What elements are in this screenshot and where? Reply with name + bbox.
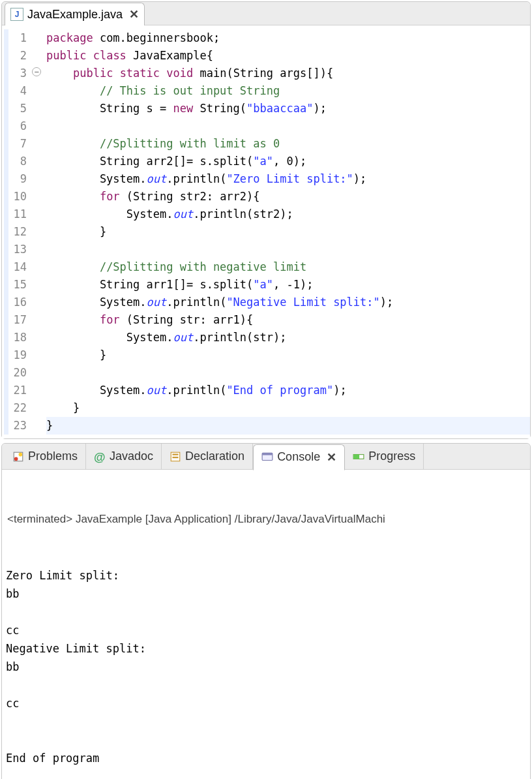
code-line[interactable]: System.out.println(str); xyxy=(46,329,530,346)
code-line[interactable]: System.out.println("Zero Limit split:"); xyxy=(46,170,530,188)
code-line[interactable]: String arr1[]= s.split("a", -1); xyxy=(46,276,530,294)
code-line[interactable]: System.out.println(str2); xyxy=(46,206,530,223)
console-view[interactable]: <terminated> JavaExample [Java Applicati… xyxy=(2,470,530,779)
svg-rect-7 xyxy=(262,453,273,455)
tab-progress[interactable]: Progress xyxy=(345,444,424,470)
code-line[interactable] xyxy=(46,117,530,135)
console-output: Zero Limit split: bb cc Negative Limit s… xyxy=(6,566,526,767)
code-line[interactable]: for (String str2: arr2){ xyxy=(46,188,530,206)
code-line[interactable] xyxy=(46,241,530,258)
editor-panel: J JavaExample.java ✕ 1234567891011121314… xyxy=(1,1,531,439)
code-line[interactable]: for (String str: arr1){ xyxy=(46,311,530,329)
console-process-title: <terminated> JavaExample [Java Applicati… xyxy=(6,509,526,530)
code-body[interactable]: package com.beginnersbook;public class J… xyxy=(44,25,530,438)
javadoc-icon: @ xyxy=(94,451,106,463)
fold-gutter: − xyxy=(33,25,44,438)
problems-icon xyxy=(12,451,24,463)
tab-label: Progress xyxy=(368,450,415,463)
editor-tab-bar: J JavaExample.java ✕ xyxy=(2,2,530,25)
editor-tab[interactable]: J JavaExample.java ✕ xyxy=(5,3,145,26)
code-line[interactable] xyxy=(46,364,530,382)
code-line[interactable]: package com.beginnersbook; xyxy=(46,29,530,47)
code-line[interactable]: public class JavaExample{ xyxy=(46,47,530,65)
close-icon[interactable]: ✕ xyxy=(126,7,139,22)
code-line[interactable]: //Splitting with limit as 0 xyxy=(46,135,530,153)
svg-rect-4 xyxy=(173,453,179,455)
editor-tab-filename: JavaExample.java xyxy=(27,8,123,22)
code-area[interactable]: 1234567891011121314151617181920212223 − … xyxy=(2,25,530,438)
code-line[interactable]: } xyxy=(46,399,530,417)
declaration-icon xyxy=(170,451,181,463)
tab-console[interactable]: Console✕ xyxy=(253,444,345,470)
svg-point-2 xyxy=(19,452,23,456)
tab-label: Console xyxy=(277,450,320,464)
tab-javadoc[interactable]: @Javadoc xyxy=(86,444,162,470)
change-stripe xyxy=(4,29,8,435)
java-file-icon: J xyxy=(10,8,23,21)
tab-problems[interactable]: Problems xyxy=(5,444,86,470)
bottom-tab-bar: Problems@JavadocDeclarationConsole✕Progr… xyxy=(2,444,530,470)
progress-icon xyxy=(353,451,364,463)
code-line[interactable]: public static void main(String args[]){ xyxy=(46,65,530,82)
code-line[interactable]: String arr2[]= s.split("a", 0); xyxy=(46,153,530,170)
console-icon xyxy=(261,451,273,463)
code-line[interactable]: } xyxy=(46,346,530,364)
code-line[interactable]: String s = new String("bbaaccaa"); xyxy=(46,100,530,117)
tab-label: Problems xyxy=(28,450,78,463)
tab-label: Javadoc xyxy=(110,450,153,463)
bottom-panel: Problems@JavadocDeclarationConsole✕Progr… xyxy=(1,443,531,779)
code-line[interactable]: } xyxy=(46,417,530,435)
code-line[interactable]: // This is out input String xyxy=(46,82,530,100)
close-icon[interactable]: ✕ xyxy=(324,450,336,465)
fold-toggle-icon[interactable]: − xyxy=(32,67,41,76)
code-line[interactable]: } xyxy=(46,223,530,241)
tab-declaration[interactable]: Declaration xyxy=(162,444,253,470)
svg-rect-9 xyxy=(353,454,359,459)
code-line[interactable]: System.out.println("Negative Limit split… xyxy=(46,294,530,311)
svg-point-1 xyxy=(14,457,18,461)
svg-rect-5 xyxy=(173,457,179,458)
tab-label: Declaration xyxy=(185,450,244,463)
code-line[interactable]: System.out.println("End of program"); xyxy=(46,382,530,399)
code-line[interactable]: //Splitting with negative limit xyxy=(46,258,530,276)
